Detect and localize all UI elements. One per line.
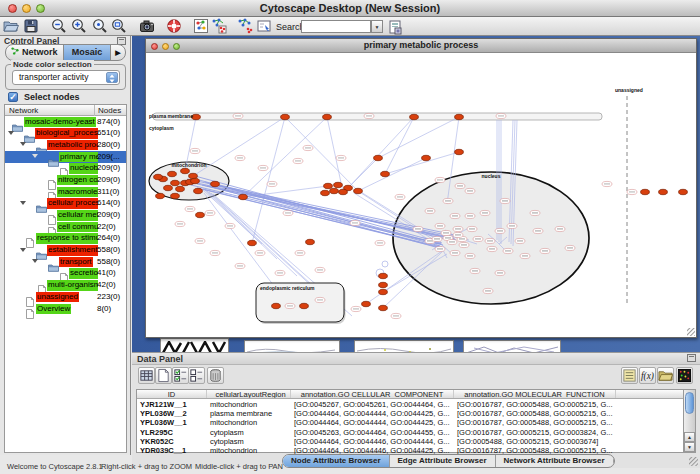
- tree-row[interactable]: transport558(0): [5, 256, 126, 268]
- tree-row-label[interactable]: cellular process: [47, 198, 98, 209]
- tree-row-label[interactable]: metabolic process: [47, 140, 98, 151]
- node-color-dropdown[interactable]: transporter activity: [12, 70, 120, 85]
- save-icon[interactable]: [22, 18, 40, 35]
- attr-table-icon[interactable]: [138, 367, 155, 384]
- tree-row-label[interactable]: response to stimulu: [36, 233, 98, 244]
- table-row[interactable]: YLR295Ccytoplasm[GO:0045263, GO:0044464,…: [137, 428, 684, 437]
- tree-row[interactable]: secretion41(0): [5, 268, 126, 280]
- tree-row-label[interactable]: biological_process: [35, 128, 98, 139]
- file-icon: [26, 305, 34, 323]
- network-window-titlebar[interactable]: primary metabolic process: [146, 39, 696, 53]
- zoom-in-icon[interactable]: [70, 18, 88, 35]
- tree-row[interactable]: unassigned223(0): [5, 291, 126, 303]
- search-dropdown-button[interactable]: ▼: [371, 20, 383, 33]
- search-options-icon[interactable]: [386, 19, 404, 36]
- tab-network[interactable]: Network: [6, 45, 63, 60]
- tree-row[interactable]: establishment of lo558(0): [5, 245, 126, 257]
- column-header[interactable]: _cellularLayoutRegion: [207, 390, 291, 398]
- zoom-out-icon[interactable]: [50, 18, 68, 35]
- tree-row-label[interactable]: transport: [59, 257, 93, 268]
- matrix-icon[interactable]: [676, 367, 693, 384]
- tree-row-label[interactable]: nitrogen compo: [57, 175, 98, 186]
- select-nodes-checkbox[interactable]: ✓: [8, 92, 18, 102]
- tree-row[interactable]: Overview8(0): [5, 303, 126, 315]
- tree-row-label[interactable]: unassigned: [36, 292, 79, 303]
- tab-mosaic[interactable]: Mosaic: [63, 45, 111, 60]
- expand-triangle-icon[interactable]: [32, 154, 38, 158]
- tree-row-label[interactable]: cellular metabol: [57, 210, 98, 221]
- scroll-up-icon[interactable]: ▲: [684, 432, 695, 442]
- table-row[interactable]: YPL036W__1mitochondrion[GO:0044464, GO:0…: [137, 418, 684, 427]
- tree-row[interactable]: cell communicat22(0): [5, 221, 126, 233]
- table-row[interactable]: YKR052Ccytoplasm[GO:0044464, GO:0044446,…: [137, 437, 684, 446]
- expand-triangle-icon[interactable]: [8, 131, 14, 135]
- zoom-selected-icon[interactable]: [91, 18, 109, 35]
- tree-row-label[interactable]: cell communicat: [57, 222, 98, 233]
- select-attr-icon[interactable]: [172, 367, 189, 384]
- new-attr-icon[interactable]: [155, 367, 172, 384]
- tree-row[interactable]: mosaic-demo-yeast874(0): [5, 116, 126, 128]
- background-window[interactable]: [463, 340, 561, 352]
- snapshot-icon[interactable]: [138, 18, 156, 35]
- tab-overflow-arrow[interactable]: ▶: [111, 45, 125, 60]
- attr-list-icon[interactable]: [621, 367, 638, 384]
- function-icon[interactable]: f(x): [639, 367, 656, 384]
- float-panel-icon[interactable]: [687, 354, 696, 362]
- help-icon[interactable]: [165, 18, 183, 35]
- tree-row[interactable]: macromolecule311(0): [5, 186, 126, 198]
- tree-row[interactable]: biological_process651(0): [5, 128, 126, 140]
- tree-row-label[interactable]: secretion: [69, 268, 98, 279]
- expand-triangle-icon[interactable]: [32, 259, 38, 263]
- background-window[interactable]: [160, 338, 229, 352]
- window-titlebar[interactable]: Cytoscape Desktop (New Session): [0, 0, 700, 17]
- window-resize-grip[interactable]: [687, 328, 695, 336]
- tree-row-label[interactable]: primary metabolic: [59, 152, 98, 163]
- table-cell: YPL036W__1: [137, 418, 207, 427]
- unselect-attr-icon[interactable]: [188, 367, 205, 384]
- scrollbar-thumb[interactable]: [685, 392, 694, 414]
- column-header[interactable]: annotation.GO CELLULAR_COMPONENT: [291, 390, 454, 398]
- zoom-fit-icon[interactable]: [110, 18, 128, 35]
- network-canvas[interactable]: plasma membranecytoplasmmitochondrionnuc…: [147, 54, 695, 334]
- table-row[interactable]: YJR121W__1mitochondrion[GO:0045267, GO:0…: [137, 400, 684, 409]
- network-overlay-2-icon[interactable]: [236, 18, 254, 35]
- tree-row[interactable]: nitrogen compo209(0): [5, 174, 126, 186]
- tree-row-label[interactable]: multi-organism pro: [47, 280, 98, 291]
- expand-triangle-icon[interactable]: [20, 248, 26, 252]
- tree-row-label[interactable]: nucleobase-: [69, 163, 98, 174]
- tree-row-label[interactable]: macromolecule: [57, 187, 98, 198]
- tree-row[interactable]: primary metabolic209(...: [5, 151, 126, 163]
- tree-row-label[interactable]: mosaic-demo-yeast: [24, 117, 96, 128]
- background-window[interactable]: [354, 340, 454, 352]
- network-overlay-1-icon[interactable]: [210, 18, 228, 35]
- tree-row-label[interactable]: establishment of lo: [47, 245, 98, 256]
- tree-row[interactable]: metabolic process280(0): [5, 139, 126, 151]
- delete-attr-icon[interactable]: [207, 367, 224, 384]
- main-toolbar: Search: ▼: [0, 17, 700, 36]
- column-header[interactable]: annotation.GO MOLECULAR_FUNCTION: [454, 390, 616, 398]
- tree-row-label[interactable]: Overview: [36, 304, 71, 315]
- tree-header[interactable]: Network Nodes: [5, 105, 126, 116]
- background-window[interactable]: [244, 340, 340, 352]
- column-header[interactable]: ID: [137, 390, 207, 398]
- network-node: [410, 114, 419, 119]
- scroll-down-icon[interactable]: ▼: [684, 442, 695, 452]
- open-icon[interactable]: [2, 18, 20, 35]
- tree-row[interactable]: cellular metabol209(0): [5, 210, 126, 222]
- import-icon[interactable]: [255, 18, 273, 35]
- import-table-icon[interactable]: [657, 367, 674, 384]
- search-input[interactable]: [301, 20, 371, 33]
- tree-row[interactable]: response to stimulu264(0): [5, 233, 126, 245]
- vizmapper-icon[interactable]: [192, 18, 210, 35]
- network-view-window[interactable]: primary metabolic process plasma membran…: [145, 38, 697, 338]
- table-row[interactable]: YPL036W__2plasma membrane[GO:0044464, GO…: [137, 409, 684, 418]
- tree-row[interactable]: nucleobase-209(0): [5, 163, 126, 175]
- tree-row[interactable]: multi-organism pro42(0): [5, 280, 126, 292]
- table-scrollbar[interactable]: ▲ ▼: [683, 389, 696, 453]
- dropdown-stepper-icon[interactable]: [106, 72, 118, 83]
- network-node: [181, 168, 190, 173]
- network-node: [324, 183, 333, 188]
- tree-row[interactable]: cellular process614(0): [5, 198, 126, 210]
- expand-triangle-icon[interactable]: [20, 201, 26, 205]
- expand-triangle-icon[interactable]: [20, 142, 26, 146]
